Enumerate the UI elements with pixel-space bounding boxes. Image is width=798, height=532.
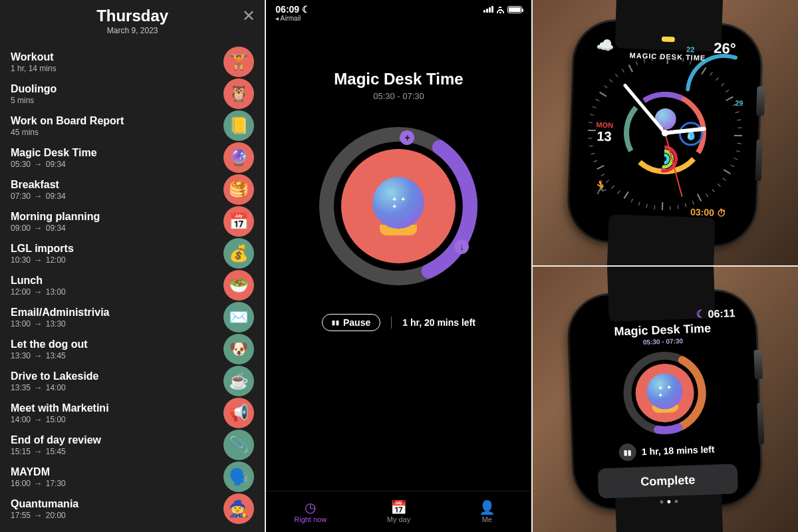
tab-icon: 👤 <box>479 501 495 514</box>
item-sub: 05:30 → 09:34 <box>11 160 97 169</box>
item-icon: 📎 <box>223 430 254 460</box>
schedule-item[interactable]: Quantumania17:55 → 20:00🧙 <box>11 493 254 525</box>
schedule-item[interactable]: MAYDM16:00 → 17:30🗣️ <box>11 461 254 493</box>
item-title: Email/Administrivia <box>11 307 110 319</box>
crystal-ball-icon <box>646 372 684 413</box>
schedule-item[interactable]: Email/Administrivia13:00 → 13:30✉️ <box>11 301 254 333</box>
item-title: Magic Desk Time <box>11 147 97 159</box>
schedule-item[interactable]: Drive to Lakeside13:35 → 14:00☕ <box>11 365 254 397</box>
tab-bar: ◷Right now📅My day👤Me <box>266 491 531 532</box>
tab-me[interactable]: 👤Me <box>443 491 531 532</box>
item-title: Work on Board Report <box>11 115 124 127</box>
tab-icon: ◷ <box>305 501 316 514</box>
tab-my-day[interactable]: 📅My day <box>354 491 443 532</box>
schedule-item[interactable]: Lunch12:00 → 13:00🥗 <box>11 269 254 301</box>
item-title: MAYDM <box>11 466 66 478</box>
schedule-panel: Thursday March 9, 2023 ✕ Workout1 hr, 14… <box>0 0 265 532</box>
item-icon: 🏋️ <box>223 47 254 77</box>
schedule-item[interactable]: Meet with Marketini14:00 → 15:00📢 <box>11 397 254 429</box>
wifi-icon <box>495 5 505 13</box>
schedule-item[interactable]: Duolingo5 mins🦉 <box>11 78 254 110</box>
tab-icon: 📅 <box>390 501 407 514</box>
status-bar: 06:09 ☾ <box>266 0 531 15</box>
day-label: Thursday <box>0 7 265 25</box>
moon-icon: ☾ <box>696 307 706 320</box>
item-title: Breakfast <box>11 179 66 191</box>
item-icon: 📒 <box>223 110 254 141</box>
item-icon: 📢 <box>223 398 254 428</box>
item-sub: 17:55 → 20:00 <box>11 511 78 520</box>
item-icon: 🧙 <box>223 493 254 524</box>
battery-icon <box>507 6 522 13</box>
schedule-item[interactable]: LGL imports10:30 → 12:00💰 <box>11 237 254 269</box>
item-title: Duolingo <box>11 83 57 95</box>
watch-progress-ring <box>621 348 709 436</box>
schedule-item[interactable]: Work on Board Report45 mins📒 <box>11 110 254 142</box>
complete-button[interactable]: Complete <box>598 464 738 498</box>
item-icon: ☕ <box>223 366 254 396</box>
item-title: LGL imports <box>11 243 74 255</box>
schedule-header: Thursday March 9, 2023 ✕ <box>0 0 265 41</box>
right-now-panel: 06:09 ☾ ◂ Airmail Magic Desk Time 05:30 … <box>266 0 531 532</box>
cell-signal-icon <box>483 6 493 13</box>
watch-time-left: 1 hr, 18 mins left <box>642 444 715 457</box>
item-sub: 13:30 → 13:45 <box>11 351 88 360</box>
close-icon[interactable]: ✕ <box>242 7 255 25</box>
progress-ring: + ↓ <box>319 126 478 286</box>
item-title: Lunch <box>11 275 66 287</box>
watch-pause-button[interactable]: ▮▮ <box>619 443 637 461</box>
item-title: Let the dog out <box>11 338 88 350</box>
item-sub: 45 mins <box>11 128 124 137</box>
activity-title: Magic Desk Time <box>334 70 463 88</box>
activity-range: 05:30 - 07:30 <box>373 91 424 101</box>
item-sub: 1 hr, 14 mins <box>11 64 57 73</box>
item-sub: 16:00 → 17:30 <box>11 479 66 488</box>
crystal-ball-icon <box>372 177 424 235</box>
item-sub: 13:35 → 14:00 <box>11 383 99 392</box>
schedule-item[interactable]: Breakfast07:30 → 09:34🥞 <box>11 174 254 205</box>
schedule-item[interactable]: Morning planning09:00 → 09:34📅 <box>11 205 254 237</box>
item-sub: 14:00 → 15:00 <box>11 415 109 424</box>
item-icon: 🦉 <box>223 78 254 109</box>
tab-right-now[interactable]: ◷Right now <box>266 491 354 532</box>
date-label: March 9, 2023 <box>0 26 265 35</box>
item-sub: 15:15 → 15:45 <box>11 447 101 456</box>
item-icon: 🥞 <box>223 174 254 205</box>
item-sub: 07:30 → 09:34 <box>11 192 66 201</box>
pause-button[interactable]: ▮▮ Pause <box>322 314 380 331</box>
page-dots <box>660 499 678 503</box>
item-title: Meet with Marketini <box>11 402 109 414</box>
item-title: Drive to Lakeside <box>11 370 99 382</box>
schedule-item[interactable]: End of day review15:15 → 15:45📎 <box>11 429 254 461</box>
item-icon: 🥗 <box>223 270 254 301</box>
item-sub: 12:00 → 13:00 <box>11 287 66 297</box>
time-left-label: 1 hr, 20 mins left <box>402 317 475 328</box>
item-title: End of day review <box>11 434 101 446</box>
watch-status-bar: ☾ 06:11 <box>581 302 743 325</box>
watch-photo-face: ☁️ 26° 22 29 MAGIC DESK TIME MON13 🏃 03:… <box>533 0 798 265</box>
schedule-item[interactable]: Let the dog out13:30 → 13:45🐶 <box>11 333 254 365</box>
watch-time: 06:11 <box>708 307 736 319</box>
item-icon: 📅 <box>223 206 254 237</box>
item-icon: 💰 <box>223 238 254 269</box>
item-sub: 13:00 → 13:30 <box>11 319 110 329</box>
moon-icon: ☾ <box>302 4 311 15</box>
item-title: Morning planning <box>11 211 100 223</box>
back-app-label[interactable]: ◂ Airmail <box>266 15 531 22</box>
item-sub: 09:00 → 09:34 <box>11 223 100 233</box>
status-time: 06:09 <box>275 4 299 15</box>
item-title: Quantumania <box>11 498 78 510</box>
item-icon: 🔮 <box>223 142 254 173</box>
item-icon: 🐶 <box>223 334 254 364</box>
pause-icon: ▮▮ <box>332 319 340 326</box>
schedule-list[interactable]: Workout1 hr, 14 mins🏋️Duolingo5 mins🦉Wor… <box>0 41 265 525</box>
item-sub: 5 mins <box>11 96 57 105</box>
watch-activity-range: 05:30 - 07:30 <box>643 337 683 346</box>
schedule-item[interactable]: Magic Desk Time05:30 → 09:34🔮 <box>11 142 254 174</box>
item-icon: 🗣️ <box>223 462 254 492</box>
item-title: Workout <box>11 51 57 63</box>
watch-photo-app: ☾ 06:11 Magic Desk Time 05:30 - 07:30 <box>533 267 798 532</box>
item-sub: 10:30 → 12:00 <box>11 255 74 265</box>
item-icon: ✉️ <box>223 302 254 332</box>
schedule-item[interactable]: Workout1 hr, 14 mins🏋️ <box>11 46 254 78</box>
